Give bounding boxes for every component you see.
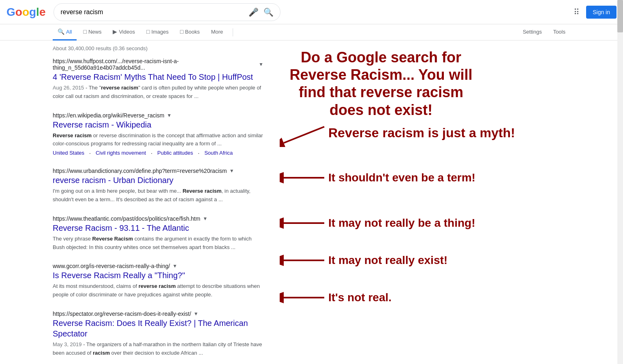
result-2-dropdown[interactable]: ▼: [167, 113, 171, 118]
result-4-dropdown[interactable]: ▼: [203, 216, 208, 221]
result-6: https://spectator.org/reverse-racism-doe…: [53, 311, 263, 358]
tab-videos[interactable]: ▶Videos: [108, 24, 140, 40]
term-text: It shouldn't even be a term!: [328, 171, 475, 184]
result-2-sublink-3[interactable]: Public attitudes: [157, 150, 193, 156]
exist-text: It may not really exist!: [328, 254, 447, 267]
arrow-left-icon-2: [280, 217, 328, 229]
result-5-title[interactable]: Is Reverse Racism Really a "Thing?": [53, 270, 263, 281]
tab-tools[interactable]: Tools: [548, 24, 570, 40]
arrow-left-icon-1: [280, 172, 328, 184]
all-icon: 🔍: [58, 28, 64, 35]
result-2-sub-links: United States · Civil rights movement · …: [53, 150, 263, 156]
result-6-url-container: https://spectator.org/reverse-racism-doe…: [53, 311, 263, 317]
result-1-url: https://www.huffpost.com/.../reverse-rac…: [53, 58, 256, 71]
result-1-title[interactable]: 4 'Reverse Racism' Myths That Need To St…: [53, 72, 263, 82]
nav-tabs: 🔍All □News ▶Videos □Images □Books More S…: [0, 24, 623, 40]
arrow-left-icon-4: [280, 292, 328, 304]
result-4-url: https://www.theatlantic.com/past/docs/po…: [53, 215, 200, 222]
results-count: About 30,400,000 results (0.36 seconds): [53, 45, 263, 51]
result-2-url: https://en.wikipedia.org/wiki/Reverse_ra…: [53, 112, 164, 119]
mic-icon[interactable]: 🎤: [248, 7, 259, 17]
result-5-url-container: www.gcorr.org/is-reverse-racism-really-a…: [53, 263, 263, 269]
tab-images[interactable]: □Images: [141, 24, 173, 40]
result-2-title[interactable]: Reverse racism - Wikipedia: [53, 119, 263, 130]
result-3-url-container: https://www.urbandictionary.com/define.p…: [53, 168, 263, 174]
tab-books[interactable]: □Books: [175, 24, 205, 40]
sign-in-button[interactable]: Sign in: [586, 6, 617, 19]
result-3-title[interactable]: reverse racism - Urban Dictionary: [53, 175, 263, 185]
thing-annotation: It may not really be a thing!: [280, 217, 607, 230]
result-4-url-container: https://www.theatlantic.com/past/docs/po…: [53, 215, 263, 222]
result-4-snippet: The very phrase Reverse Racism contains …: [53, 235, 263, 252]
scroll-thumb[interactable]: [617, 0, 623, 32]
images-icon: □: [146, 28, 150, 35]
result-2-sublink-2[interactable]: Civil rights movement: [96, 150, 146, 156]
result-3-dropdown[interactable]: ▼: [229, 168, 234, 174]
result-2-sublink-1[interactable]: United States: [53, 150, 84, 156]
results-wrapper: About 30,400,000 results (0.36 seconds) …: [0, 40, 623, 364]
result-2-snippet: Reverse racism or reverse discrimination…: [53, 132, 263, 149]
results-area: About 30,400,000 results (0.36 seconds) …: [0, 40, 263, 364]
scrollbar[interactable]: [617, 0, 623, 364]
search-box: 🎤 🔍: [54, 3, 280, 21]
thing-text: It may not really be a thing!: [328, 217, 475, 230]
result-6-date: May 3, 2019: [53, 341, 82, 347]
result-6-title[interactable]: Reverse Racism: Does It Really Exist? | …: [53, 318, 263, 339]
result-2-url-container: https://en.wikipedia.org/wiki/Reverse_ra…: [53, 112, 263, 119]
tab-all[interactable]: 🔍All: [53, 24, 77, 40]
result-5-url: www.gcorr.org/is-reverse-racism-really-a…: [53, 263, 170, 269]
result-1-date: Aug 26, 2015: [53, 85, 84, 91]
search-icon[interactable]: 🔍: [263, 7, 274, 17]
result-5-snippet: At its most misunderstood, claims of rev…: [53, 282, 263, 299]
svg-line-1: [284, 127, 324, 143]
result-2: https://en.wikipedia.org/wiki/Reverse_ra…: [53, 112, 263, 157]
tab-news[interactable]: □News: [78, 24, 106, 40]
search-input[interactable]: [60, 9, 245, 16]
result-4-title[interactable]: Reverse Racism - 93.11 - The Atlantic: [53, 223, 263, 233]
diagonal-arrow-icon: [280, 123, 328, 147]
tab-settings[interactable]: Settings: [518, 24, 547, 40]
real-text: It's not real.: [328, 291, 392, 304]
result-6-snippet: May 3, 2019 - The organizers of a half-m…: [53, 341, 263, 358]
news-icon: □: [83, 28, 86, 35]
tab-more[interactable]: More: [206, 24, 228, 40]
result-1-snippet: Aug 26, 2015 - The "reverse racism" card…: [53, 84, 263, 101]
arrow-left-icon-3: [280, 254, 328, 266]
myth-annotation: Reverse racism is just a myth!: [280, 123, 607, 147]
annotation-main-text: Do a Google search for Reverse Racism...…: [280, 49, 482, 119]
books-icon: □: [180, 28, 183, 35]
result-6-url: https://spectator.org/reverse-racism-doe…: [53, 311, 191, 317]
result-3: https://www.urbandictionary.com/define.p…: [53, 168, 263, 204]
result-4: https://www.theatlantic.com/past/docs/po…: [53, 215, 263, 252]
tab-divider: [233, 28, 233, 36]
annotation-area: Do a Google search for Reverse Racism...…: [263, 40, 623, 364]
result-6-dropdown[interactable]: ▼: [194, 311, 199, 317]
result-1: https://www.huffpost.com/.../reverse-rac…: [53, 58, 263, 101]
header: Google 🎤 🔍 ⠿ Sign in: [0, 0, 623, 24]
google-logo[interactable]: Google: [6, 6, 45, 19]
result-2-sublink-4[interactable]: South Africa: [204, 150, 233, 156]
real-annotation: It's not real.: [280, 291, 607, 304]
header-right: ⠿ Sign in: [574, 6, 617, 19]
result-5: www.gcorr.org/is-reverse-racism-really-a…: [53, 263, 263, 299]
result-1-url-container: https://www.huffpost.com/.../reverse-rac…: [53, 58, 263, 71]
exist-annotation: It may not really exist!: [280, 254, 607, 267]
result-1-dropdown[interactable]: ▼: [259, 62, 263, 67]
result-3-url: https://www.urbandictionary.com/define.p…: [53, 168, 227, 174]
result-5-dropdown[interactable]: ▼: [172, 263, 177, 269]
myth-text: Reverse racism is just a myth!: [328, 125, 515, 140]
term-annotation: It shouldn't even be a term!: [280, 171, 607, 184]
result-3-snippet: I'm going out on a limb here people, but…: [53, 187, 263, 204]
grid-icon[interactable]: ⠿: [574, 7, 580, 17]
videos-icon: ▶: [113, 28, 117, 35]
